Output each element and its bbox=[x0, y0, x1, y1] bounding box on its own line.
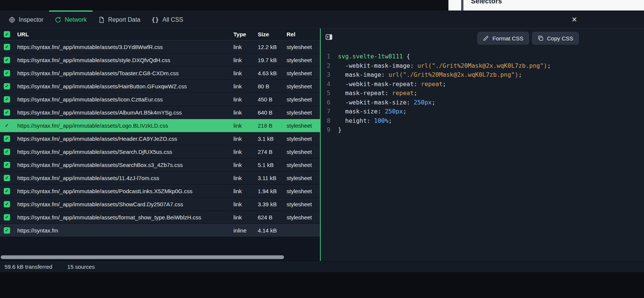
network-table-row[interactable]: ✓https://syntax.fm/_app/immutable/assets… bbox=[0, 198, 320, 211]
row-checkbox[interactable]: ✓ bbox=[4, 214, 10, 221]
row-type: link bbox=[233, 162, 258, 168]
copy-css-button[interactable]: Copy CSS bbox=[532, 32, 579, 45]
all-css-icon: {} bbox=[152, 16, 159, 23]
network-table-row[interactable]: ✓https://syntax.fm/_app/immutable/assets… bbox=[0, 67, 320, 80]
row-checkbox[interactable]: ✓ bbox=[4, 96, 10, 103]
checkmark-icon: ✓ bbox=[5, 189, 9, 193]
row-url: https://syntax.fm/_app/immutable/assets/… bbox=[17, 201, 233, 207]
checkmark-icon: ✓ bbox=[5, 84, 9, 88]
row-url: https://syntax.fm/_app/immutable/assets/… bbox=[17, 214, 233, 221]
row-size: 274 B bbox=[258, 149, 287, 155]
network-table-row[interactable]: ✓https://syntax.fm/_app/immutable/assets… bbox=[0, 158, 320, 171]
row-size: 3.39 kB bbox=[258, 201, 287, 207]
code-line: 9} bbox=[324, 125, 644, 135]
page-scrollbar[interactable] bbox=[461, 0, 463, 10]
devtool-tabbar: Inspector Network Report Data {} All CSS… bbox=[0, 10, 644, 28]
row-checkbox[interactable]: ✓ bbox=[4, 149, 10, 155]
row-checkbox[interactable]: ✓ bbox=[4, 109, 10, 116]
network-table-row[interactable]: ✓https://syntax.fm/_app/immutable/assets… bbox=[0, 211, 320, 224]
panel-toggle-icon[interactable] bbox=[325, 33, 333, 41]
network-table-row[interactable]: ✓https://syntax.fm/_app/immutable/assets… bbox=[0, 106, 320, 119]
tab-network[interactable]: Network bbox=[49, 10, 93, 28]
row-checkbox[interactable]: ✓ bbox=[4, 175, 10, 181]
code-line: 5 mask-repeat: repeat; bbox=[324, 89, 644, 98]
code-line: 3 mask-image: url("./Grit%20Mask@2x.wqK0… bbox=[324, 70, 644, 80]
row-checkbox[interactable]: ✓ bbox=[4, 201, 10, 207]
network-table-row[interactable]: ✓https://syntax.fm/_app/immutable/assets… bbox=[0, 145, 320, 158]
line-number: 8 bbox=[324, 116, 330, 126]
select-all-checkbox[interactable]: ✓ bbox=[4, 31, 10, 37]
network-table-row[interactable]: ✓https://syntax.fm/_app/immutable/assets… bbox=[0, 132, 320, 145]
checkmark-icon: ✓ bbox=[5, 162, 9, 167]
row-url: https://syntax.fm/_app/immutable/assets/… bbox=[17, 162, 233, 168]
network-table-row[interactable]: ✓https://syntax.fm/_app/immutable/assets… bbox=[0, 80, 320, 93]
row-rel: stylesheet bbox=[287, 149, 320, 155]
row-checkbox[interactable]: ✓ bbox=[4, 44, 10, 50]
horizontal-scrollbar[interactable] bbox=[1, 255, 284, 259]
line-number: 6 bbox=[324, 98, 330, 107]
checkmark-icon: ✓ bbox=[5, 45, 9, 49]
tab-label: Network bbox=[65, 16, 87, 23]
network-table-row[interactable]: ✓https://syntax.fm/_app/immutable/assets… bbox=[0, 54, 320, 67]
tab-all-css[interactable]: {} All CSS bbox=[146, 10, 189, 28]
row-rel: stylesheet bbox=[287, 109, 320, 116]
row-rel: stylesheet bbox=[287, 96, 320, 103]
network-icon bbox=[55, 16, 61, 23]
row-type: link bbox=[233, 188, 258, 194]
row-checkbox[interactable]: ✓ bbox=[4, 57, 10, 63]
row-type: link bbox=[233, 149, 258, 155]
row-type: inline bbox=[233, 227, 258, 234]
devtool-content: ✓ URL Type Size Rel ✓https://syntax.fm/_… bbox=[0, 28, 644, 261]
network-table-row[interactable]: ✓https://syntax.fm/_app/immutable/assets… bbox=[0, 93, 320, 106]
row-checkbox[interactable]: ✓ bbox=[4, 136, 10, 142]
row-checkbox[interactable]: ✓ bbox=[4, 162, 10, 168]
tab-report-data[interactable]: Report Data bbox=[93, 10, 146, 28]
line-number: 9 bbox=[324, 125, 330, 135]
row-size: 4.63 kB bbox=[258, 70, 287, 76]
format-css-button[interactable]: Format CSS bbox=[477, 32, 529, 45]
code-line: 1svg.svelte-1tw8111 { bbox=[324, 52, 644, 61]
row-size: 1.94 kB bbox=[258, 188, 287, 194]
line-number: 4 bbox=[324, 80, 330, 89]
row-url: https://syntax.fm/_app/immutable/assets/… bbox=[17, 188, 233, 194]
status-bar: 59.6 kB transferred 15 sources bbox=[0, 261, 644, 272]
page-bottom-strip bbox=[0, 272, 644, 298]
column-header-type: Type bbox=[233, 31, 258, 37]
row-checkbox[interactable]: ✓ bbox=[4, 70, 10, 76]
row-url: https://syntax.fm/_app/immutable/assets/… bbox=[17, 122, 233, 129]
row-url: https://syntax.fm/_app/immutable/assets/… bbox=[17, 109, 233, 116]
row-rel: stylesheet bbox=[287, 57, 320, 63]
row-size: 218 B bbox=[258, 122, 287, 129]
row-url: https://syntax.fm/_app/immutable/assets/… bbox=[17, 57, 233, 63]
row-checkbox[interactable]: ✓ bbox=[4, 227, 10, 234]
line-number: 5 bbox=[324, 89, 330, 98]
checkmark-icon: ✓ bbox=[5, 123, 9, 128]
close-icon[interactable]: × bbox=[569, 10, 580, 28]
network-table-row[interactable]: ✓https://syntax.fm/_app/immutable/assets… bbox=[0, 40, 320, 54]
row-type: link bbox=[233, 122, 258, 129]
css-code-viewer: 1svg.svelte-1tw8111 {2 -webkit-mask-imag… bbox=[321, 48, 644, 135]
network-table-row[interactable]: ✓https://syntax.fm/_app/immutable/assets… bbox=[0, 185, 320, 198]
network-table-row[interactable]: ✓https://syntax.fm/_app/immutable/assets… bbox=[0, 171, 320, 185]
checkmark-icon: ✓ bbox=[5, 215, 9, 219]
row-rel: stylesheet bbox=[287, 44, 320, 50]
line-number: 7 bbox=[324, 107, 330, 116]
row-rel: stylesheet bbox=[287, 83, 320, 89]
copy-icon bbox=[538, 35, 544, 41]
row-type: link bbox=[233, 136, 258, 142]
row-checkbox[interactable]: ✓ bbox=[4, 122, 10, 129]
network-table-row[interactable]: ✓https://syntax.fm/_app/immutable/assets… bbox=[0, 119, 320, 132]
line-number: 1 bbox=[324, 52, 330, 61]
row-url: https://syntax.fm/_app/immutable/assets/… bbox=[17, 83, 233, 89]
checkmark-icon: ✓ bbox=[5, 97, 9, 101]
row-checkbox[interactable]: ✓ bbox=[4, 188, 10, 194]
network-table-row[interactable]: ✓https://syntax.fminline4.14 kB bbox=[0, 224, 320, 237]
tab-inspector[interactable]: Inspector bbox=[3, 10, 49, 28]
row-size: 80 B bbox=[258, 83, 287, 89]
table-header-row: ✓ URL Type Size Rel bbox=[0, 28, 320, 40]
tab-label: All CSS bbox=[163, 16, 183, 23]
row-size: 5.1 kB bbox=[258, 162, 287, 168]
row-size: 12.2 kB bbox=[258, 44, 287, 50]
checkmark-icon: ✓ bbox=[5, 71, 9, 75]
row-checkbox[interactable]: ✓ bbox=[4, 83, 10, 89]
